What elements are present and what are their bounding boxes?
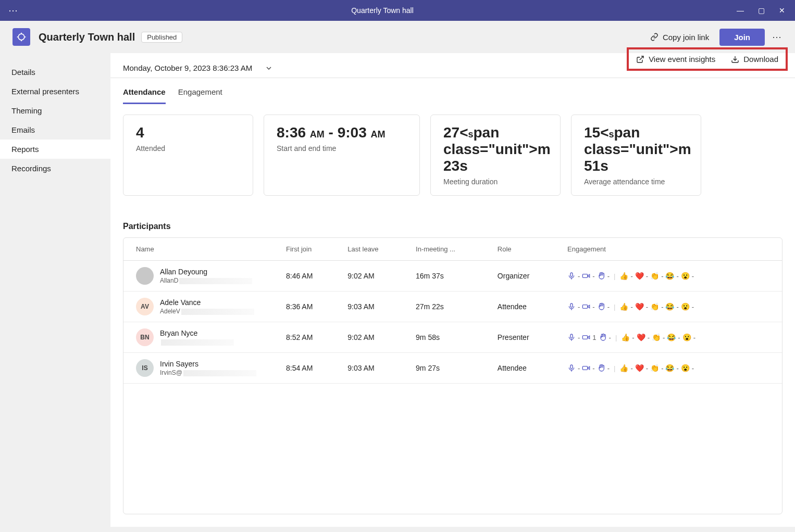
stat-duration: 27<span class="unit">m 23s Meeting durat… [430,115,561,196]
maximize-button[interactable]: ▢ [756,6,766,15]
engagement-cell: - - - | 👍- ❤️- 👏- 😂- 😮- [567,302,776,311]
role: Presenter [491,322,561,353]
sidebar-item-theming[interactable]: Theming [0,101,110,120]
participant-name: Adele Vance [160,298,254,307]
report-tabs: Attendance Engagement [110,78,795,104]
engagement-cell: - 1 - | 👍- ❤️- 👏- 😂- 😮- [567,333,776,341]
download-label: Download [743,55,778,64]
sidebar-item-external-presenters[interactable]: External presenters [0,82,110,101]
table-row[interactable]: AV Adele Vance AdeleV 8:36 AM 9:03 AM 27… [123,292,782,322]
view-insights-label: View event insights [649,55,715,64]
download-button[interactable]: Download [731,55,778,64]
last-leave: 9:03 AM [341,292,409,322]
main-content: Monday, October 9, 2023 8:36:23 AM View … [110,53,795,527]
avatar: IS [136,359,154,377]
col-role[interactable]: Role [491,238,561,261]
status-badge: Published [141,32,182,43]
date-label: Monday, October 9, 2023 8:36:23 AM [123,64,252,72]
participants-heading: Participants [110,206,795,237]
last-leave: 9:02 AM [341,261,409,292]
link-icon [650,33,659,41]
svg-rect-11 [570,303,573,307]
chevron-down-icon [265,64,273,72]
col-in-meeting[interactable]: In-meeting ... [409,238,491,261]
col-first-join[interactable]: First join [280,238,341,261]
external-link-icon [636,55,644,64]
view-event-insights-button[interactable]: View event insights [636,55,715,64]
sidebar-item-recordings[interactable]: Recordings [0,159,110,178]
engagement-cell: - - - | 👍- ❤️- 👏- 😂- 😮- [567,272,776,280]
highlighted-actions: View event insights Download [627,47,788,71]
participant-email: AllanD [160,277,252,284]
participants-table: Name First join Last leave In-meeting ..… [123,238,782,384]
participant-name: Bryan Nyce [160,329,234,337]
table-row[interactable]: BN Bryan Nyce 8:52 AM 9:02 AM 9m 58s Pre… [123,322,782,353]
col-name[interactable]: Name [123,238,280,261]
sidebar: Details External presenters Theming Emai… [0,53,110,527]
role: Attendee [491,353,561,384]
tab-attendance[interactable]: Attendance [123,87,166,104]
role: Organizer [491,261,561,292]
svg-rect-19 [570,365,573,369]
sidebar-item-reports[interactable]: Reports [0,140,110,159]
last-leave: 9:02 AM [341,322,409,353]
close-button[interactable]: ✕ [777,6,787,15]
svg-line-5 [640,56,643,60]
copy-join-link-button[interactable]: Copy join link [650,33,709,42]
avatar: BN [136,328,154,346]
stat-attended-label: Attended [136,144,240,153]
svg-rect-7 [570,273,573,276]
in-meeting: 27m 22s [409,292,491,322]
participant-email [160,338,234,346]
stat-time-range: 8:36 AM - 9:03 AM Start and end time [264,115,420,196]
stat-average-label: Average attendance time [584,178,688,186]
participant-name: Irvin Sayers [160,360,256,368]
download-icon [731,55,739,64]
svg-rect-13 [583,305,588,309]
in-meeting: 16m 37s [409,261,491,292]
svg-point-0 [18,34,24,40]
stat-attended: 4 Attended [123,115,253,196]
stat-average: 15<span class="unit">m 51s Average atten… [571,115,701,196]
first-join: 8:54 AM [280,353,341,384]
event-icon [13,28,30,46]
stat-time-range-value: 8:36 AM - 9:03 AM [277,124,407,141]
svg-rect-21 [583,366,588,370]
in-meeting: 9m 58s [409,322,491,353]
last-leave: 9:03 AM [341,353,409,384]
stat-attended-value: 4 [136,124,240,141]
col-last-leave[interactable]: Last leave [341,238,409,261]
participant-email: AdeleV [160,308,254,315]
table-row[interactable]: Allan Deyoung AllanD 8:46 AM 9:02 AM 16m… [123,261,782,292]
first-join: 8:46 AM [280,261,341,292]
stat-duration-label: Meeting duration [443,178,548,186]
sidebar-item-emails[interactable]: Emails [0,120,110,140]
avatar [136,267,154,285]
svg-rect-15 [570,334,573,338]
minimize-button[interactable]: — [736,6,745,15]
avatar: AV [136,298,154,315]
sidebar-item-details[interactable]: Details [0,62,110,82]
join-button[interactable]: Join [719,29,765,46]
table-row[interactable]: IS Irvin Sayers IrvinS@ 8:54 AM 9:03 AM … [123,353,782,384]
titlebar: ⋯ Quarterly Town hall — ▢ ✕ [0,0,795,21]
more-options-button[interactable]: ⋯ [772,31,782,43]
participant-name: Allan Deyoung [160,268,252,276]
stat-duration-value: 27<span class="unit">m 23s [443,124,548,174]
window-title: Quarterly Town hall [29,6,736,15]
stats-row: 4 Attended 8:36 AM - 9:03 AM Start and e… [110,104,795,206]
participants-table-wrap: Name First join Last leave In-meeting ..… [123,237,782,514]
role: Attendee [491,292,561,322]
svg-rect-17 [583,336,588,339]
app-menu-icon[interactable]: ⋯ [8,5,19,16]
tab-engagement[interactable]: Engagement [178,87,222,104]
stat-time-range-label: Start and end time [277,144,407,153]
report-toolbar: Monday, October 9, 2023 8:36:23 AM View … [110,53,795,78]
col-engagement[interactable]: Engagement [561,238,782,261]
page-title: Quarterly Town hall [39,31,135,43]
first-join: 8:52 AM [280,322,341,353]
stat-average-value: 15<span class="unit">m 51s [584,124,688,174]
date-selector[interactable]: Monday, October 9, 2023 8:36:23 AM [123,64,273,72]
engagement-cell: - - - | 👍- ❤️- 👏- 😂- 😮- [567,364,776,372]
first-join: 8:36 AM [280,292,341,322]
